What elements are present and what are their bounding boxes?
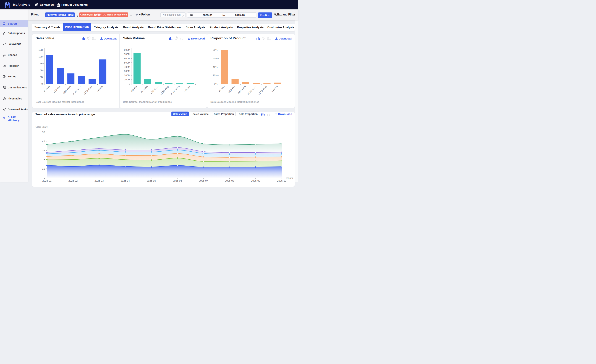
svg-text:800M: 800M (124, 49, 130, 51)
svg-text:5B: 5B (42, 131, 45, 133)
svg-text:12B: 12B (38, 55, 43, 58)
svg-text:3B: 3B (40, 76, 43, 79)
svg-text:0: 0 (44, 176, 45, 179)
svg-text:>¥=215: >¥=215 (183, 85, 191, 93)
svg-text:¥0~¥43: ¥0~¥43 (217, 85, 225, 93)
svg-text:3B: 3B (42, 149, 45, 152)
svg-text:¥129~¥172: ¥129~¥172 (247, 85, 257, 95)
svg-text:200M: 200M (124, 74, 130, 77)
svg-text:2025-08: 2025-08 (225, 179, 234, 182)
svg-text:80%: 80% (213, 49, 217, 51)
svg-text:¥129~¥172: ¥129~¥172 (72, 85, 82, 95)
svg-text:¥129~¥172: ¥129~¥172 (159, 85, 170, 95)
svg-text:¥86~¥129: ¥86~¥129 (237, 85, 246, 95)
svg-text:¥172~¥215: ¥172~¥215 (170, 85, 180, 95)
svg-text:1B: 1B (42, 167, 45, 170)
svg-text:2025-05: 2025-05 (147, 179, 156, 182)
svg-text:700M: 700M (124, 53, 130, 56)
svg-text:300M: 300M (124, 70, 130, 73)
svg-text:2025-02: 2025-02 (68, 179, 78, 182)
svg-text:>¥=215: >¥=215 (271, 85, 278, 93)
svg-text:¥43~¥86: ¥43~¥86 (140, 85, 148, 94)
svg-text:0%: 0% (214, 83, 217, 85)
svg-text:¥86~¥129: ¥86~¥129 (149, 85, 159, 95)
svg-text:>¥=215: >¥=215 (96, 85, 104, 93)
svg-text:2025-09: 2025-09 (251, 179, 260, 182)
svg-text:2025-07: 2025-07 (199, 179, 208, 182)
svg-text:¥0~¥43: ¥0~¥43 (130, 85, 138, 93)
svg-text:20%: 20% (213, 74, 217, 77)
svg-text:6B: 6B (40, 69, 43, 72)
svg-text:100M: 100M (124, 78, 130, 81)
svg-text:2025-06: 2025-06 (173, 179, 182, 182)
svg-text:2025-10: 2025-10 (277, 179, 286, 182)
svg-text:15B: 15B (38, 49, 43, 51)
svg-text:40%: 40% (213, 66, 217, 68)
svg-text:¥43~¥86: ¥43~¥86 (227, 85, 236, 94)
svg-text:¥86~¥129: ¥86~¥129 (62, 85, 71, 95)
svg-text:¥43~¥86: ¥43~¥86 (52, 85, 61, 94)
svg-text:0: 0 (41, 83, 43, 85)
svg-text:¥0~¥43: ¥0~¥43 (43, 85, 50, 93)
svg-text:500M: 500M (124, 61, 130, 64)
svg-text:month: month (286, 176, 293, 179)
svg-text:600M: 600M (124, 57, 130, 60)
svg-text:60%: 60% (213, 57, 217, 60)
svg-text:4B: 4B (42, 140, 45, 143)
svg-text:400M: 400M (124, 66, 130, 68)
svg-text:2025-04: 2025-04 (120, 179, 130, 182)
svg-text:2025-03: 2025-03 (95, 179, 104, 182)
svg-text:2025-01: 2025-01 (42, 179, 52, 182)
svg-text:¥172~¥215: ¥172~¥215 (82, 85, 93, 95)
svg-text:9B: 9B (40, 62, 43, 65)
svg-text:¥172~¥215: ¥172~¥215 (257, 85, 268, 95)
svg-text:0: 0 (129, 83, 130, 85)
svg-text:2B: 2B (42, 158, 45, 161)
